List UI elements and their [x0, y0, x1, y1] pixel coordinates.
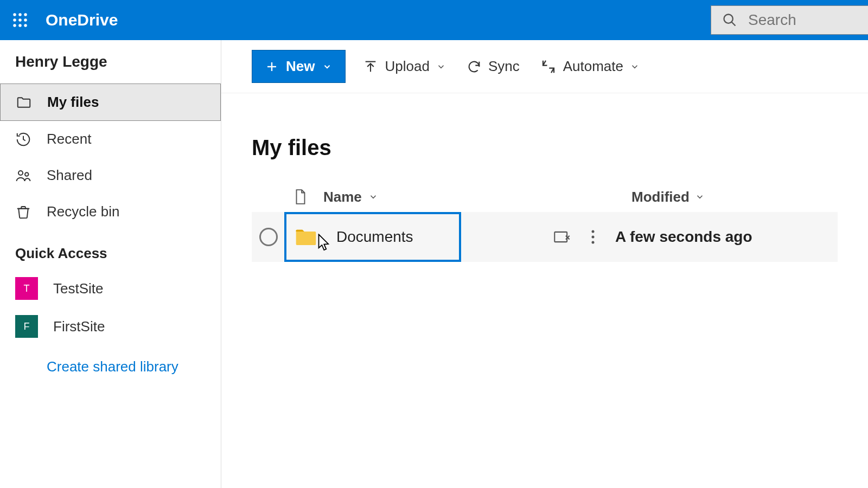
svg-point-12	[25, 172, 29, 176]
upload-label: Upload	[385, 58, 429, 75]
plus-icon	[265, 60, 278, 73]
top-bar: OneDrive	[0, 0, 868, 40]
more-actions-icon[interactable]	[590, 229, 596, 245]
col-name-label: Name	[323, 189, 362, 206]
svg-point-6	[13, 24, 16, 27]
nav-recent[interactable]: Recent	[0, 121, 221, 157]
app-launcher-button[interactable]	[0, 0, 40, 40]
quick-access-heading: Quick Access	[0, 230, 221, 269]
col-modified-header[interactable]: Modified	[631, 189, 816, 206]
svg-point-3	[13, 18, 16, 22]
svg-point-2	[24, 13, 27, 16]
table-header-row: Name Modified	[252, 182, 838, 212]
svg-point-0	[13, 13, 16, 16]
nav-recycle-bin[interactable]: Recycle bin	[0, 194, 221, 230]
nav-my-files[interactable]: My files	[0, 84, 221, 121]
svg-point-8	[24, 24, 27, 27]
folder-name-cell[interactable]: Documents	[284, 212, 461, 262]
file-icon	[293, 189, 308, 205]
sidebar: Henry Legge My files Recent Shared R	[0, 40, 221, 488]
waffle-icon	[12, 12, 28, 28]
search-input[interactable]	[748, 11, 846, 29]
quick-access-label: FirstSite	[53, 318, 105, 335]
automate-button[interactable]: Automate	[537, 54, 643, 79]
row-actions	[553, 229, 596, 245]
create-shared-library-link[interactable]: Create shared library	[0, 345, 221, 388]
chevron-down-icon	[630, 62, 640, 72]
recent-icon	[15, 131, 31, 147]
svg-rect-17	[554, 232, 567, 242]
nav-shared[interactable]: Shared	[0, 157, 221, 194]
shared-icon	[15, 168, 31, 184]
svg-point-7	[18, 24, 22, 27]
table-row[interactable]: Documents A few seconds ago	[252, 212, 838, 262]
svg-point-9	[724, 15, 733, 23]
quick-access-label: TestSite	[53, 280, 104, 297]
content-area: New Upload Sync Automate My files	[221, 40, 868, 488]
sync-button[interactable]: Sync	[463, 54, 523, 79]
chevron-down-icon	[368, 192, 378, 202]
row-select-cell[interactable]	[252, 228, 284, 246]
site-tile-icon: T	[15, 277, 38, 300]
file-table: Name Modified Documen	[221, 182, 868, 262]
page-title: My files	[221, 93, 868, 182]
svg-point-11	[18, 171, 23, 175]
col-name-header[interactable]: Name	[317, 189, 631, 206]
command-bar: New Upload Sync Automate	[221, 40, 868, 93]
col-file-type	[284, 189, 317, 205]
recycle-bin-icon	[15, 204, 31, 220]
automate-label: Automate	[563, 58, 623, 75]
new-button[interactable]: New	[252, 50, 346, 83]
svg-point-19	[592, 236, 595, 239]
svg-point-1	[18, 13, 22, 16]
folder-icon	[16, 94, 32, 111]
share-link-icon[interactable]	[553, 229, 571, 245]
mouse-cursor-icon	[317, 234, 332, 252]
row-name: Documents	[336, 228, 413, 246]
search-box[interactable]	[711, 5, 868, 35]
new-button-label: New	[286, 58, 315, 75]
sync-icon	[467, 59, 482, 74]
site-tile-icon: F	[15, 315, 38, 338]
folder-icon	[295, 228, 317, 246]
nav-label: Recycle bin	[47, 203, 119, 220]
nav-label: Shared	[47, 167, 92, 184]
sync-label: Sync	[488, 58, 520, 75]
automate-icon	[540, 59, 557, 75]
upload-button[interactable]: Upload	[360, 54, 449, 79]
chevron-down-icon	[436, 62, 446, 72]
svg-point-5	[24, 18, 27, 22]
app-name[interactable]: OneDrive	[46, 11, 118, 29]
select-circle-icon[interactable]	[259, 228, 278, 246]
svg-point-20	[592, 241, 595, 244]
row-modified: A few seconds ago	[615, 228, 800, 246]
nav-label: My files	[47, 94, 99, 111]
quick-access-testsite[interactable]: T TestSite	[0, 269, 221, 307]
user-name: Henry Legge	[0, 53, 221, 70]
quick-access-firstsite[interactable]: F FirstSite	[0, 307, 221, 345]
svg-point-4	[18, 18, 22, 22]
chevron-down-icon	[695, 192, 705, 202]
svg-point-18	[592, 230, 595, 233]
col-modified-label: Modified	[631, 189, 690, 206]
nav-label: Recent	[47, 131, 91, 147]
svg-line-10	[732, 22, 736, 26]
chevron-down-icon	[322, 62, 332, 72]
upload-icon	[363, 59, 378, 74]
search-icon	[722, 12, 737, 28]
